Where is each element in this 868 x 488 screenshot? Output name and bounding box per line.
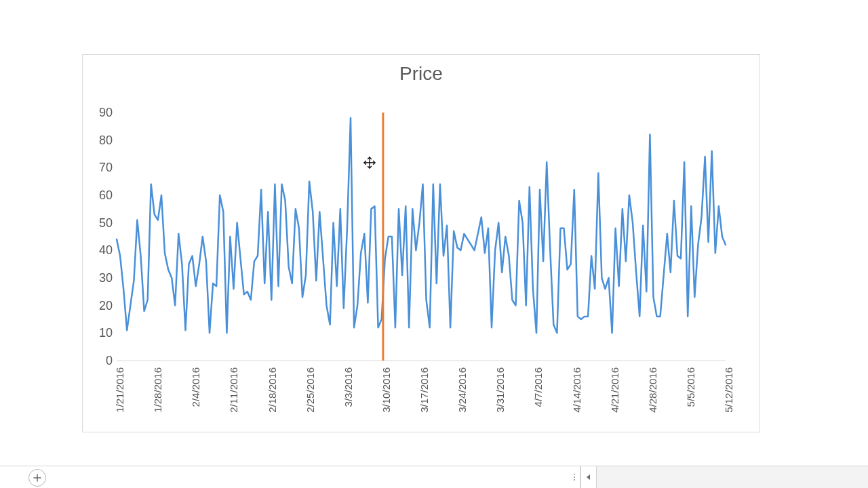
x-tick-label: 2/11/2016 [228,367,239,413]
y-tick-label: 90 [99,106,113,120]
x-tick-label: 3/17/2016 [418,367,430,413]
x-tick-label: 1/21/2016 [114,367,125,413]
y-tick-label: 30 [99,271,113,285]
x-tick-label: 4/14/2016 [571,367,583,413]
x-tick-label: 2/4/2016 [190,367,201,407]
y-tick-label: 70 [99,161,113,175]
triangle-left-icon [585,474,592,481]
price-line [117,118,726,333]
chart-frame[interactable]: Price 01020304050607080901/21/20161/28/2… [82,54,760,432]
x-tick-label: 2/18/2016 [267,367,278,413]
y-tick-label: 50 [99,216,113,230]
x-tick-label: 1/28/2016 [152,367,163,413]
add-sheet-button[interactable] [28,469,46,487]
y-tick-label: 20 [99,298,113,312]
x-tick-label: 3/24/2016 [456,367,468,413]
x-tick-label: 4/28/2016 [647,367,658,413]
hscroll-track[interactable] [597,466,868,488]
pane-resize-grip[interactable] [569,466,580,488]
chart-svg [117,113,726,361]
x-tick-label: 5/12/2016 [723,367,734,413]
x-tick-label: 3/10/2016 [380,367,392,413]
chart-title: Price [83,63,760,85]
y-tick-label: 60 [99,188,113,203]
bottom-bar [0,466,868,488]
x-tick-label: 2/25/2016 [304,367,316,413]
x-tick-label: 4/21/2016 [609,367,620,413]
y-tick-label: 80 [99,133,113,147]
x-tick-label: 3/31/2016 [494,367,506,413]
plot-area: 01020304050607080901/21/20161/28/20162/4… [117,113,726,361]
y-tick-label: 10 [99,326,113,340]
plus-icon [33,474,41,482]
hscroll-left-button[interactable] [580,466,597,488]
x-tick-label: 4/7/2016 [532,367,544,407]
x-tick-label: 3/3/2016 [342,367,354,407]
y-tick-label: 0 [106,354,113,368]
y-tick-label: 40 [99,243,113,258]
x-tick-label: 5/5/2016 [685,367,696,407]
